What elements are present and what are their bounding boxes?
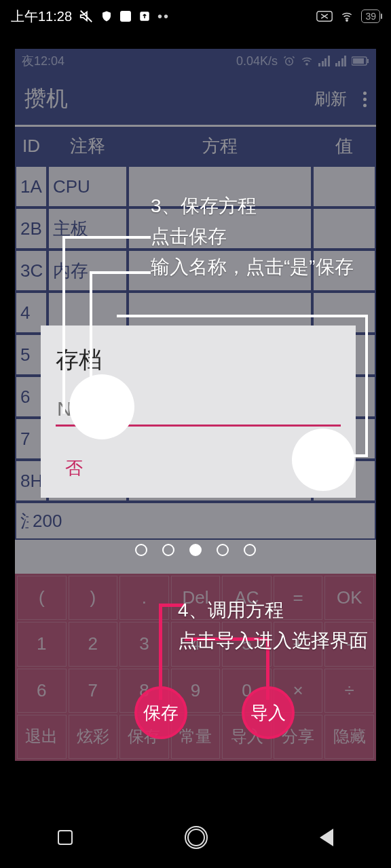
nav-recent-button[interactable] <box>58 830 73 845</box>
tutorial-step-4: 4、调用方程 点击导入进入选择界面 <box>178 595 368 656</box>
svg-rect-1 <box>120 11 131 22</box>
dot-active[interactable] <box>189 544 202 556</box>
wifi-icon <box>339 10 354 22</box>
hotspot-icon <box>316 10 333 22</box>
battery-icon: 39 <box>361 9 380 23</box>
square-icon <box>119 10 132 22</box>
spotlight-input <box>69 374 134 439</box>
dot[interactable] <box>135 544 147 556</box>
device-nav-bar <box>0 807 391 868</box>
dialog-title: 存档 <box>56 344 341 376</box>
dot[interactable] <box>162 544 174 556</box>
upload-icon <box>138 10 151 22</box>
highlight-save-button[interactable]: 保存 <box>134 686 187 739</box>
connector-line <box>365 315 368 457</box>
nav-back-button[interactable] <box>320 829 333 846</box>
spotlight-yes <box>292 429 354 491</box>
shield-icon <box>100 10 113 22</box>
connector-line <box>62 236 151 239</box>
dot[interactable] <box>217 544 229 556</box>
app-viewport: 夜12:04 0.04K/s 攒机 刷新 ID 注释 方程 <box>15 49 376 761</box>
nav-home-button[interactable] <box>187 829 205 846</box>
svg-point-4 <box>346 20 348 21</box>
page-indicator <box>15 544 376 556</box>
connector-line <box>159 605 162 700</box>
dots-icon: •• <box>157 9 170 24</box>
highlight-import-button[interactable]: 导入 <box>242 686 295 739</box>
connector-line <box>62 237 65 414</box>
connector-line <box>90 271 151 274</box>
device-status-bar: 上午11:28 •• 39 <box>0 0 391 33</box>
dot[interactable] <box>244 544 256 556</box>
tutorial-step-3: 3、保存方程 点击保存 输入名称，点击“是”保存 <box>151 191 354 282</box>
device-time: 上午11:28 <box>11 7 72 26</box>
connector-line <box>117 315 368 317</box>
dialog-no-button[interactable]: 否 <box>56 451 92 486</box>
mute-icon <box>79 9 94 24</box>
